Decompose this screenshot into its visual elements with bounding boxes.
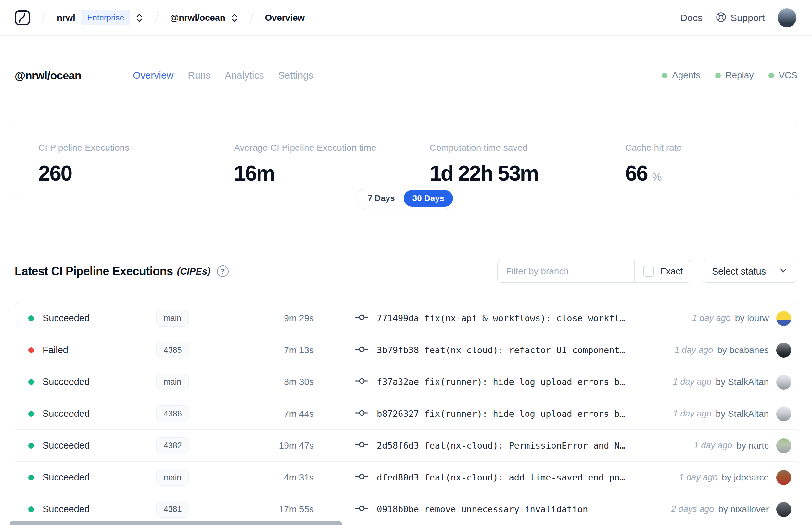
indicator-label: Replay xyxy=(725,70,753,80)
status-label: Succeeded xyxy=(43,472,156,483)
cipe-table-row[interactable]: Succeeded 4382 19m 47s 2d58f6d3 feat(nx-… xyxy=(15,430,797,462)
workspace-switcher-chevron-up-down-icon[interactable] xyxy=(231,13,239,23)
author-label: by lourw xyxy=(735,313,769,324)
cipe-table-row[interactable]: Succeeded main 9m 29s 771499da fix(nx-ap… xyxy=(15,302,797,334)
user-avatar[interactable] xyxy=(778,9,796,27)
commit-cell[interactable]: 771499da fix(nx-api & workflows): close … xyxy=(355,313,683,324)
range-30-days-button[interactable]: 30 Days xyxy=(404,190,453,207)
author-label: by bcabanes xyxy=(717,345,769,356)
commit-message: b8726327 fix(runner): hide log upload er… xyxy=(377,409,625,419)
author-avatar xyxy=(776,375,791,390)
range-7-days-button[interactable]: 7 Days xyxy=(359,190,404,207)
commit-cell[interactable]: 2d58f6d3 feat(nx-cloud): PermissionError… xyxy=(355,440,684,451)
cipe-table-row[interactable]: Succeeded 4386 7m 44s b8726327 fix(runne… xyxy=(15,398,797,430)
cipe-table-row[interactable]: Succeeded main 8m 30s f37a32ae fix(runne… xyxy=(15,366,797,398)
git-commit-icon xyxy=(355,504,369,515)
git-commit-icon xyxy=(355,313,369,324)
commit-cell[interactable]: 3b79fb38 feat(nx-cloud): refactor UI com… xyxy=(355,345,665,356)
stat-cache-hit-rate: Cache hit rate 66% xyxy=(601,122,797,199)
breadcrumb-separator xyxy=(41,11,46,24)
commit-cell[interactable]: 0918b0be remove unnecessary invalidation xyxy=(355,504,661,515)
tab-analytics[interactable]: Analytics xyxy=(225,70,264,81)
branch-badge[interactable]: main xyxy=(156,469,189,486)
stat-value: 1d 22h 53m xyxy=(430,161,601,185)
stat-ci-pipeline-executions: CI Pipeline Executions 260 xyxy=(15,122,210,199)
branch-badge[interactable]: main xyxy=(156,374,189,390)
duration-label: 4m 31s xyxy=(238,472,314,483)
stat-number: 16m xyxy=(234,161,274,185)
author-avatar xyxy=(776,470,791,485)
tab-overview[interactable]: Overview xyxy=(133,70,173,81)
author-label: by StalkAltan xyxy=(716,409,769,419)
horizontal-scrollbar-thumb[interactable] xyxy=(10,522,342,525)
tab-settings[interactable]: Settings xyxy=(278,70,313,81)
cipe-table-row[interactable]: Succeeded 4381 17m 55s 0918b0be remove u… xyxy=(15,494,797,525)
time-ago-label: 1 day ago xyxy=(694,440,732,451)
exact-toggle[interactable]: Exact xyxy=(635,260,691,282)
indicator-label: VCS xyxy=(779,70,797,80)
stat-number: 66 xyxy=(625,161,647,185)
cipe-list-title-suffix: (CIPEs) xyxy=(177,266,211,277)
branch-filter-input[interactable] xyxy=(497,260,634,282)
breadcrumb-workspace[interactable]: @nrwl/ocean xyxy=(170,13,225,23)
date-range-toggle: 7 Days 30 Days xyxy=(357,188,455,209)
workspace-title: @nrwl/ocean xyxy=(15,69,81,82)
duration-label: 8m 30s xyxy=(238,377,314,387)
top-header: nrwl Enterprise @nrwl/ocean Overview Doc… xyxy=(0,0,812,36)
row-meta: 1 day ago by StalkAltan xyxy=(663,375,791,390)
docs-link[interactable]: Docs xyxy=(680,12,703,24)
green-dot-icon xyxy=(715,73,721,78)
branch-badge[interactable]: 4381 xyxy=(156,501,189,518)
status-dot-icon xyxy=(28,379,34,385)
nx-cloud-logo-icon[interactable] xyxy=(15,10,30,26)
branch-badge[interactable]: 4385 xyxy=(156,342,189,358)
life-ring-icon xyxy=(716,12,726,24)
help-question-circle-icon[interactable]: ? xyxy=(217,266,229,277)
branch-filter-group: Exact xyxy=(497,260,691,283)
org-switcher-chevron-up-down-icon[interactable] xyxy=(135,13,143,23)
commit-cell[interactable]: b8726327 fix(runner): hide log upload er… xyxy=(355,408,663,419)
row-meta: 1 day ago by bcabanes xyxy=(665,343,791,358)
cipe-table-row[interactable]: Succeeded main 4m 31s dfed80d3 feat(nx-c… xyxy=(15,462,797,494)
divider xyxy=(642,64,642,86)
stat-value: 260 xyxy=(38,161,210,185)
author-avatar xyxy=(776,502,791,517)
breadcrumb-org[interactable]: nrwl xyxy=(57,13,75,23)
git-commit-icon xyxy=(355,472,369,483)
indicator-label: Agents xyxy=(672,70,700,80)
time-ago-label: 1 day ago xyxy=(675,345,713,355)
green-dot-icon xyxy=(768,73,774,78)
author-avatar xyxy=(776,406,791,421)
tab-runs[interactable]: Runs xyxy=(188,70,211,81)
divider xyxy=(111,65,111,86)
support-link[interactable]: Support xyxy=(716,12,765,24)
author-label: by nixallover xyxy=(718,504,769,515)
status-dot-icon xyxy=(28,347,34,353)
indicator-vcs: VCS xyxy=(768,70,797,80)
cipe-table-row[interactable]: Failed 4385 7m 13s 3b79fb38 feat(nx-clou… xyxy=(15,334,797,366)
exact-checkbox[interactable] xyxy=(643,266,654,277)
commit-cell[interactable]: f37a32ae fix(runner): hide log upload er… xyxy=(355,376,663,388)
enterprise-badge: Enterprise xyxy=(81,10,130,25)
status-select-dropdown[interactable]: Select status xyxy=(703,260,797,283)
status-label: Succeeded xyxy=(43,504,156,515)
row-meta: 1 day ago by StalkAltan xyxy=(663,406,791,421)
breadcrumb-separator xyxy=(249,11,254,24)
support-label[interactable]: Support xyxy=(731,12,765,24)
cipe-table-body: Succeeded main 9m 29s 771499da fix(nx-ap… xyxy=(15,302,797,525)
status-select-label: Select status xyxy=(712,266,766,277)
commit-message: 3b79fb38 feat(nx-cloud): refactor UI com… xyxy=(377,345,625,355)
stat-label: Cache hit rate xyxy=(625,142,797,153)
branch-badge[interactable]: main xyxy=(156,310,189,327)
cipe-list-title-group: Latest CI Pipeline Executions (CIPEs) ? xyxy=(15,265,229,278)
indicator-replay: Replay xyxy=(715,70,753,80)
branch-badge[interactable]: 4382 xyxy=(156,437,189,454)
commit-cell[interactable]: dfed80d3 feat(nx-cloud): add time-saved … xyxy=(355,472,670,483)
header-actions: Docs Support xyxy=(680,9,796,27)
breadcrumb-separator xyxy=(154,11,159,24)
branch-badge[interactable]: 4386 xyxy=(156,405,189,422)
author-avatar xyxy=(776,343,791,358)
cipe-list-filters: Exact Select status xyxy=(497,260,797,283)
exact-label: Exact xyxy=(660,266,683,276)
branch-cell: 4382 xyxy=(156,437,238,454)
